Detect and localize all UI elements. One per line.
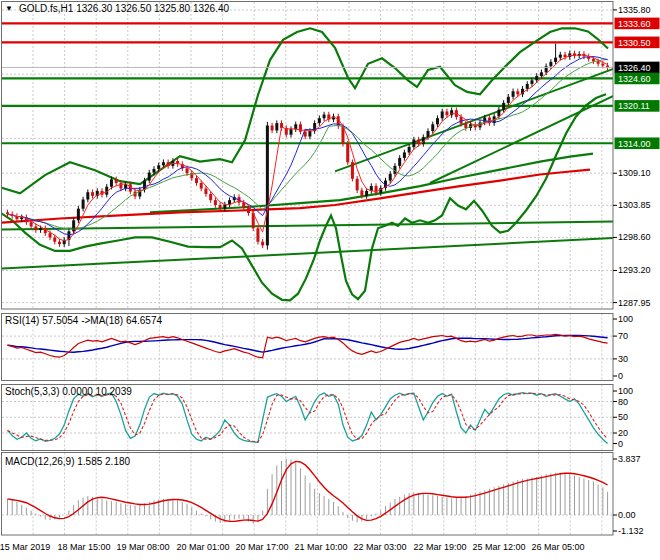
rsi-axis-label: 100 bbox=[618, 314, 633, 324]
price-axis-label: 1335.80 bbox=[618, 5, 651, 15]
chart-window: 1335.801309.101303.851298.601293.201287.… bbox=[0, 0, 660, 560]
time-axis-label: 22 Mar 03:00 bbox=[353, 542, 406, 552]
symbol-dropdown-icon[interactable]: ▼ bbox=[5, 4, 13, 14]
time-axis-label: 26 Mar 05:00 bbox=[531, 542, 584, 552]
macd-axis-label: 0.00 bbox=[618, 510, 636, 520]
time-axis-label: 22 Mar 19:00 bbox=[413, 542, 466, 552]
price-tag-label: 1330.50 bbox=[618, 38, 651, 48]
macd-axis-label: -1.132 bbox=[618, 526, 644, 536]
time-axis-label: 15 Mar 2019 bbox=[0, 542, 50, 552]
price-tag-label: 1314.00 bbox=[618, 139, 651, 149]
stoch-axis-label: 80 bbox=[618, 397, 628, 407]
stoch-indicator-label: Stoch(5,3,3) 0.0000 10.2039 bbox=[5, 386, 132, 397]
chart-canvas[interactable]: 1335.801309.101303.851298.601293.201287.… bbox=[0, 0, 660, 560]
time-axis-label: 25 Mar 12:00 bbox=[472, 542, 525, 552]
price-tag-label: 1333.60 bbox=[618, 19, 651, 29]
price-axis-label: 1298.60 bbox=[618, 232, 651, 242]
stoch-axis-label: 20 bbox=[618, 428, 628, 438]
price-axis-label: 1303.85 bbox=[618, 200, 651, 210]
time-axis-label: 19 Mar 08:00 bbox=[116, 542, 169, 552]
time-axis-label: 21 Mar 10:00 bbox=[294, 542, 347, 552]
price-tag-label: 1326.40 bbox=[618, 63, 651, 73]
time-axis-label: 20 Mar 17:00 bbox=[235, 542, 288, 552]
stoch-axis-label: 0 bbox=[618, 439, 623, 449]
time-axis-label: 18 Mar 15:00 bbox=[57, 542, 110, 552]
stoch-axis-label: 100 bbox=[618, 386, 633, 396]
chart-title-bar: ▼ GOLD.fs,H1 1326.30 1326.50 1325.80 132… bbox=[5, 3, 229, 14]
rsi-axis-label: 70 bbox=[618, 331, 628, 341]
macd-indicator-label: MACD(12,26,9) 1.585 2.180 bbox=[5, 456, 130, 467]
price-axis-label: 1293.20 bbox=[618, 265, 651, 275]
price-tag-label: 1324.60 bbox=[618, 74, 651, 84]
stoch-axis-label: 50 bbox=[618, 412, 628, 422]
price-axis-label: 1287.95 bbox=[618, 298, 651, 308]
time-axis-label: 20 Mar 01:00 bbox=[176, 542, 229, 552]
rsi-axis-label: 0 bbox=[618, 371, 623, 381]
rsi-axis-label: 30 bbox=[618, 354, 628, 364]
macd-axis-label: 3.837 bbox=[618, 454, 641, 464]
rsi-indicator-label: RSI(14) 57.5054 ->MA(18) 64.6574 bbox=[5, 315, 162, 326]
price-tag-label: 1320.11 bbox=[618, 101, 650, 111]
price-axis-label: 1309.10 bbox=[618, 168, 651, 178]
chart-title: GOLD.fs,H1 1326.30 1326.50 1325.80 1326.… bbox=[19, 3, 229, 14]
